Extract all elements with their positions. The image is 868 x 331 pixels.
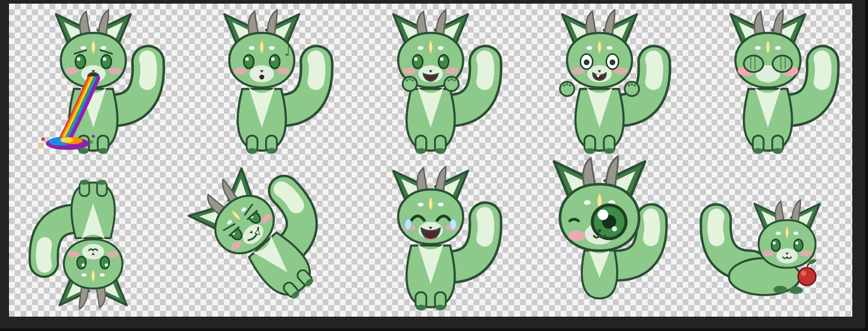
fox-sticker-art — [698, 169, 838, 309]
fox-head — [730, 10, 805, 87]
editor-frame: ♪ — [0, 0, 868, 331]
fox-body — [744, 87, 792, 154]
sticker-shocked-fox — [515, 4, 684, 160]
fox-tail — [715, 216, 751, 265]
screenshot-root: { "scene": { "description": "Sticker she… — [0, 0, 868, 331]
sticker-shy-fox — [683, 4, 852, 160]
fox-sticker-art — [529, 169, 670, 309]
sticker-apple-fox — [683, 160, 852, 317]
fox-sticker-art — [27, 172, 159, 305]
sticker-grid: ♪ — [9, 4, 852, 317]
transparent-canvas: ♪ — [9, 4, 852, 317]
sticker-laughing-fox — [346, 160, 515, 317]
fox-body — [407, 87, 455, 154]
fox-sticker-art — [526, 8, 673, 156]
sticker-curious-fox — [515, 160, 684, 317]
fox-sticker-art: ♪ — [188, 8, 335, 156]
sticker-excited-fox — [346, 4, 515, 160]
fox-sticker-art — [357, 8, 504, 156]
fox-body — [238, 87, 286, 154]
fox-body — [575, 87, 624, 154]
fox-head — [59, 240, 127, 309]
sticker-smug-fox — [178, 160, 347, 317]
sticker-handstand-fox — [9, 160, 178, 317]
fox-head — [554, 156, 645, 251]
music-note: ♪ — [284, 43, 293, 59]
sticker-whistling-fox: ♪ — [178, 4, 347, 160]
fox-head — [562, 10, 637, 87]
fox-body — [71, 180, 115, 240]
fox-head — [393, 10, 468, 87]
sticker-rainbow-vomit-fox — [9, 4, 178, 160]
fox-head — [56, 10, 130, 87]
fox-sticker-art — [192, 169, 332, 309]
fox-body — [407, 244, 455, 310]
fox-sticker-art — [357, 165, 504, 312]
fox-head — [755, 200, 820, 268]
fox-head — [393, 166, 468, 244]
fox-sticker-art — [694, 8, 842, 156]
fox-sticker-art — [20, 8, 167, 156]
